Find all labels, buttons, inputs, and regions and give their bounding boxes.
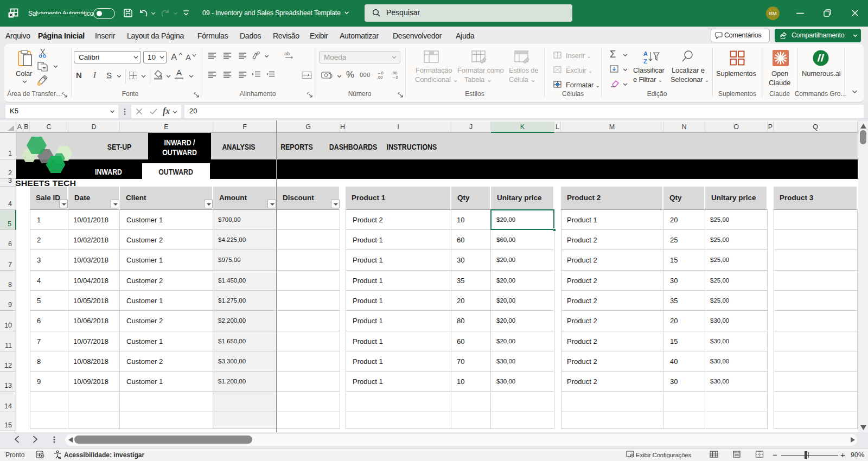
svg-text:ab: ab [254,51,261,57]
svg-text:,00: ,00 [377,75,382,79]
svg-text:Z: Z [643,58,647,64]
svg-text:→0: →0 [392,75,398,79]
svg-text:A: A [643,50,648,57]
svg-text:ab: ab [284,51,290,56]
